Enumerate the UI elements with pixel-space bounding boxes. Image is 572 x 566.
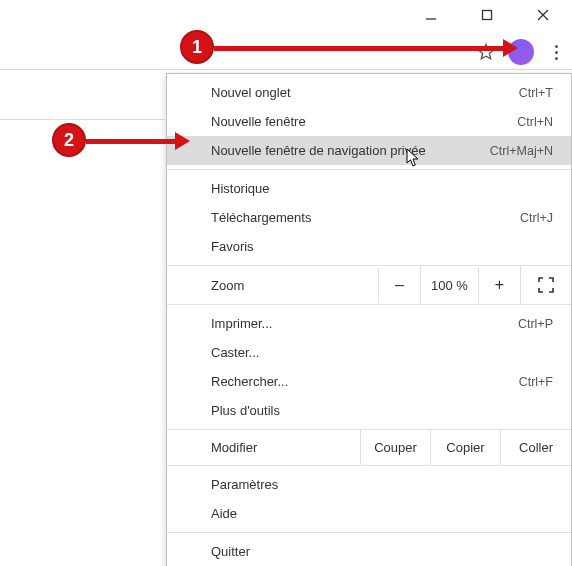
divider [0, 119, 165, 120]
menu-label: Caster... [211, 345, 259, 360]
zoom-in-button[interactable]: + [479, 266, 521, 304]
menu-label: Nouvel onglet [211, 85, 291, 100]
menu-item-bookmarks[interactable]: Favoris [167, 232, 571, 261]
menu-label: Téléchargements [211, 210, 311, 225]
close-button[interactable] [526, 4, 560, 26]
menu-item-new-incognito[interactable]: Nouvelle fenêtre de navigation privée Ct… [167, 136, 571, 165]
zoom-value: 100 % [421, 268, 479, 303]
edit-label: Modifier [167, 430, 361, 465]
menu-label: Favoris [211, 239, 254, 254]
menu-row-zoom: Zoom – 100 % + [167, 266, 571, 305]
menu-item-more-tools[interactable]: Plus d'outils [167, 396, 571, 425]
menu-item-settings[interactable]: Paramètres [167, 470, 571, 499]
menu-button[interactable] [546, 38, 566, 66]
menu-label: Aide [211, 506, 237, 521]
fullscreen-icon [538, 277, 554, 293]
copy-button[interactable]: Copier [431, 430, 501, 465]
menu-item-exit[interactable]: Quitter [167, 537, 571, 566]
annotation-arrow-2 [86, 139, 176, 144]
annotation-badge-1: 1 [180, 30, 214, 64]
window-controls [414, 0, 572, 26]
menu-label: Paramètres [211, 477, 278, 492]
chrome-main-menu: Nouvel onglet Ctrl+T Nouvelle fenêtre Ct… [166, 73, 572, 566]
menu-item-history[interactable]: Historique [167, 174, 571, 203]
menu-item-print[interactable]: Imprimer... Ctrl+P [167, 309, 571, 338]
zoom-out-button[interactable]: – [379, 266, 421, 304]
menu-label: Plus d'outils [211, 403, 280, 418]
menu-label: Nouvelle fenêtre de navigation privée [211, 143, 426, 158]
menu-label: Imprimer... [211, 316, 272, 331]
minimize-button[interactable] [414, 4, 448, 26]
menu-label: Quitter [211, 544, 250, 559]
annotation-arrow-1 [214, 46, 504, 51]
menu-label: Rechercher... [211, 374, 288, 389]
menu-label: Historique [211, 181, 270, 196]
menu-label: Nouvelle fenêtre [211, 114, 306, 129]
menu-shortcut: Ctrl+Maj+N [490, 144, 553, 158]
menu-shortcut: Ctrl+T [519, 86, 553, 100]
menu-item-new-window[interactable]: Nouvelle fenêtre Ctrl+N [167, 107, 571, 136]
bookmark-star-icon[interactable] [476, 42, 496, 62]
zoom-label: Zoom [167, 268, 379, 303]
paste-button[interactable]: Coller [501, 430, 571, 465]
browser-toolbar [0, 34, 572, 70]
menu-shortcut: Ctrl+N [517, 115, 553, 129]
cursor-icon [406, 148, 422, 171]
menu-item-new-tab[interactable]: Nouvel onglet Ctrl+T [167, 78, 571, 107]
menu-item-find[interactable]: Rechercher... Ctrl+F [167, 367, 571, 396]
menu-item-help[interactable]: Aide [167, 499, 571, 528]
cut-button[interactable]: Couper [361, 430, 431, 465]
menu-row-edit: Modifier Couper Copier Coller [167, 430, 571, 466]
menu-item-downloads[interactable]: Téléchargements Ctrl+J [167, 203, 571, 232]
svg-rect-1 [483, 11, 492, 20]
annotation-badge-2: 2 [52, 123, 86, 157]
maximize-button[interactable] [470, 4, 504, 26]
menu-item-cast[interactable]: Caster... [167, 338, 571, 367]
fullscreen-button[interactable] [521, 267, 571, 303]
menu-shortcut: Ctrl+F [519, 375, 553, 389]
menu-shortcut: Ctrl+P [518, 317, 553, 331]
menu-shortcut: Ctrl+J [520, 211, 553, 225]
